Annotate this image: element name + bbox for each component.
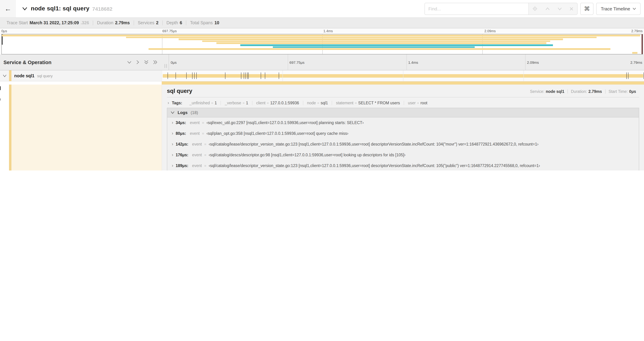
- detail-meta: Service:node sql1Duration:2.79msStart Ti…: [527, 89, 639, 94]
- log-row[interactable]: ›142μs:event=‹sql/catalog/lease/descript…: [167, 139, 639, 150]
- prev-result-icon[interactable]: [545, 7, 550, 10]
- next-result-icon[interactable]: [558, 7, 562, 10]
- logs-count: (18): [190, 110, 198, 115]
- log-row[interactable]: ›80μs:event=‹sql/plan_opt.go:358 [nsql1,…: [167, 128, 639, 139]
- span-log-tick: [186, 72, 186, 79]
- span-log-tick: [192, 72, 192, 79]
- log-timestamp: 142μs:: [176, 142, 188, 147]
- tag-value: 1: [246, 101, 248, 105]
- collapse-trace-header-icon[interactable]: [22, 7, 27, 11]
- span-log-tick: [628, 72, 628, 79]
- log-row[interactable]: ›176μs:event=‹sql/catalog/descs/descript…: [167, 150, 639, 160]
- span-log-tick: [248, 72, 249, 79]
- minimap-span-bar: [179, 39, 563, 40]
- column-resize-handle[interactable]: [164, 64, 167, 68]
- tag-item: _unfinished=1: [186, 101, 220, 105]
- log-field-value: ‹sql/catalog/lease/descriptor_version_st…: [209, 164, 540, 168]
- expand-all-icon[interactable]: [153, 60, 158, 65]
- timeline-header-row: Service & Operation 0μs697.75μs1.4ms2.09…: [0, 54, 644, 70]
- span-row[interactable]: node sql1 sql query: [0, 70, 644, 82]
- minimap-canvas[interactable]: [2, 34, 643, 54]
- span-expand-chevron-icon[interactable]: [3, 74, 6, 77]
- locate-icon[interactable]: [533, 6, 538, 11]
- tag-value: 127.0.0.1:59936: [270, 101, 299, 105]
- tag-key: _unfinished: [190, 101, 210, 105]
- summary-item-value: 10: [214, 21, 219, 25]
- summary-item-label: Trace Start: [6, 21, 28, 25]
- logs-title: Logs: [178, 110, 188, 115]
- detail-meta-value: 2.79ms: [588, 89, 602, 94]
- log-row[interactable]: ›34μs:event=‹sql/exec_util.go:2297 [nsql…: [167, 118, 639, 128]
- span-log-tick: [279, 72, 279, 79]
- trace-title: node sql1: sql query: [31, 5, 90, 12]
- log-field-value: ‹sql/catalog/lease/descriptor_version_st…: [209, 142, 538, 147]
- summary-item-label: Depth: [166, 21, 178, 25]
- detail-meta-label: Start Time:: [608, 89, 628, 94]
- timeline-tick-label: 0μs: [2, 29, 7, 33]
- view-selector-label: Trace Timeline: [601, 6, 630, 11]
- trace-id: 7418682: [92, 6, 112, 12]
- back-button[interactable]: ←: [0, 0, 16, 17]
- log-row[interactable]: ›189μs:event=‹sql/catalog/lease/descript…: [167, 160, 639, 171]
- summary-item: Trace StartMarch 31 2022, 17:25:09.326: [3, 21, 93, 25]
- minimap-span-bar: [126, 37, 596, 38]
- span-row-name-cell[interactable]: node sql1 sql query: [0, 70, 162, 81]
- tag-equals: =: [267, 101, 269, 105]
- chevron-right-icon: ›: [172, 131, 173, 135]
- tag-equals: =: [242, 101, 244, 105]
- detail-meta-item: Start Time:0μs: [605, 89, 639, 94]
- timeline-tick-label: 2.79ms: [630, 60, 642, 64]
- minimap-right-drag-handle[interactable]: [642, 34, 642, 54]
- detail-meta-item: Service:node sql1: [527, 89, 567, 94]
- collapse-all-icon[interactable]: [144, 60, 148, 65]
- clear-search-icon[interactable]: [570, 7, 573, 11]
- span-service-name: node sql1: [14, 73, 34, 78]
- expand-one-icon[interactable]: [136, 60, 140, 65]
- tag-equals: =: [317, 101, 320, 105]
- chevron-down-icon: [171, 111, 174, 114]
- log-field-value: ‹sql/plan_opt.go:358 [nsql1,client=127.0…: [206, 131, 348, 136]
- span-color-stripe: [9, 70, 12, 81]
- view-selector-button[interactable]: Trace Timeline: [596, 3, 640, 15]
- timeline-grid-line: [406, 54, 407, 70]
- find-group: [424, 3, 578, 15]
- detail-meta-value: 0μs: [629, 89, 636, 94]
- tag-item: client=127.0.0.1:59936: [252, 101, 303, 105]
- logs-section-header[interactable]: Logs (18): [167, 108, 639, 118]
- log-field-key: event: [190, 131, 200, 136]
- timeline-tick-label: 1.4ms: [408, 60, 418, 64]
- summary-item: Total Spans10: [186, 21, 223, 25]
- scroll-indicator-mark: [0, 98, 1, 101]
- tag-value: sql1: [320, 101, 328, 105]
- find-input[interactable]: [425, 3, 528, 14]
- log-equals: =: [204, 153, 206, 157]
- span-log-tick: [194, 72, 195, 79]
- tag-item: statement=SELECT * FROM users: [332, 101, 404, 105]
- logs-section: Logs (18) ›34μs:event=‹sql/exec_util.go:…: [167, 108, 639, 171]
- timeline-grid-line: [288, 54, 288, 70]
- summary-item: Services2: [134, 21, 162, 25]
- service-operation-title: Service & Operation: [4, 60, 127, 65]
- log-field-key: event: [190, 121, 200, 125]
- timeline-grid-line: [403, 70, 403, 81]
- span-timeline-cell[interactable]: [162, 70, 644, 81]
- keyboard-shortcuts-button[interactable]: ⌘: [580, 3, 594, 15]
- minimap-span-bar: [273, 46, 475, 48]
- span-log-tick: [247, 72, 248, 79]
- tags-section[interactable]: › Tags: _unfinished=1_verbose=1client=12…: [168, 101, 639, 105]
- log-timestamp: 80μs:: [176, 131, 186, 136]
- log-field-key: event: [192, 142, 202, 147]
- timeline-tick-label: 697.75μs: [290, 60, 304, 64]
- minimap-span-bar: [216, 43, 546, 44]
- timeline-tick-label: 1.4ms: [324, 29, 333, 33]
- log-equals: =: [202, 121, 204, 125]
- summary-item-suffix: .326: [81, 21, 89, 25]
- tag-key: client: [256, 101, 266, 105]
- detail-row-highlight: [12, 85, 162, 171]
- collapse-one-icon[interactable]: [127, 61, 132, 64]
- timeline-grid-line: [525, 54, 526, 70]
- trace-minimap[interactable]: 0μs697.75μs1.4ms2.09ms2.79ms: [0, 29, 644, 54]
- tag-key: node: [307, 101, 316, 105]
- log-rows: ›34μs:event=‹sql/exec_util.go:2297 [nsql…: [167, 118, 639, 171]
- detail-span-full-bar[interactable]: [162, 82, 644, 85]
